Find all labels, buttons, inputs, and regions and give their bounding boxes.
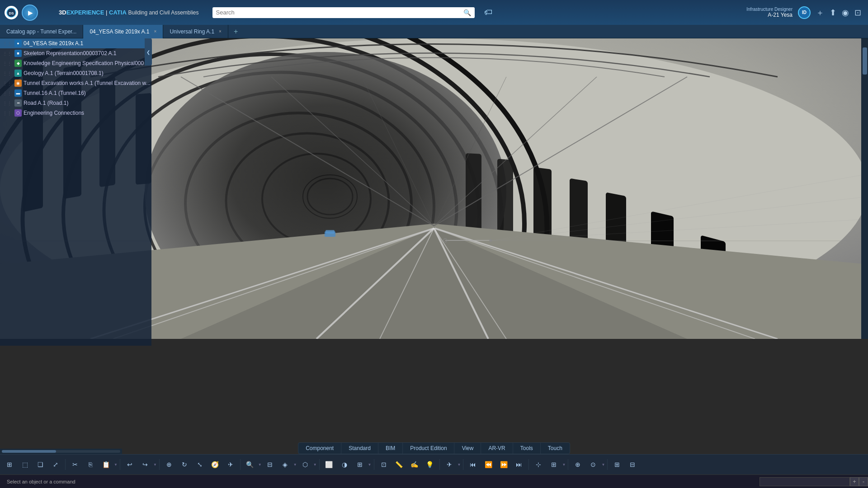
section-plane[interactable]: ⊞ [353,457,367,472]
tag-icon[interactable]: 🏷 [481,6,495,19]
component-tool[interactable]: ❏ [33,457,47,472]
tab-catalog[interactable]: Catalog app - Tunnel Exper... [0,25,83,38]
extra-tool-2[interactable]: ⊟ [625,457,640,472]
undo-button[interactable]: ↩ [123,457,137,472]
tree-item-4[interactable]: ⋮⋮ ▬ Tunnel.16 A.1 (Tunnel.16) [0,88,151,98]
anim-next[interactable]: ⏩ [496,457,511,472]
render-dropdown[interactable]: ▼ [368,463,372,467]
shade-dropdown[interactable]: ▼ [313,463,317,467]
grip-icon: ⋮⋮ [3,51,12,56]
separator-10 [568,459,568,470]
zoom-plus[interactable]: + [850,477,859,486]
tree-item-0[interactable]: ⋮⋮ ■ Skeleton Representation00003702 A.1 [0,48,151,58]
user-avatar[interactable]: ID [798,6,811,19]
anim-prev[interactable]: ⏪ [481,457,495,472]
navigate-tool[interactable]: 🧭 [208,457,222,472]
tree-item-5[interactable]: ⋮⋮ ━ Road A.1 (Road.1) [0,98,151,108]
box-select[interactable]: ⬚ [18,457,32,472]
item-icon-2: ▲ [14,70,22,77]
grid-tool[interactable]: ⊞ [547,457,561,472]
annotate-tool[interactable]: ✍ [407,457,422,472]
svg-rect-52 [326,230,335,234]
v-scroll-thumb[interactable] [863,47,867,75]
separator-6 [374,459,374,470]
item-icon-5: ━ [14,99,22,107]
render-mode[interactable]: ◑ [337,457,352,472]
fit-all[interactable]: ⊟ [263,457,277,472]
plane-view[interactable]: ✈ [442,457,457,472]
btab-touch[interactable]: Touch [541,443,570,454]
toolbar: ⊞ ⬚ ❏ ⤢ ✂ ⎘ 📋 ▼ ↩ ↪ ▼ ⊕ ↻ ⤡ 🧭 ✈ 🔍 ▼ ⊟ ◈ … [0,454,868,474]
btab-view[interactable]: View [455,443,481,454]
extra-tool-1[interactable]: ⊞ [610,457,624,472]
tree-item-1[interactable]: ⋮⋮ ◆ Knowledge Engineering Specification… [0,58,151,68]
tree-item-3[interactable]: ⋮⋮ ◉ Tunnel Excavation works A.1 (Tunnel… [0,78,151,88]
wireframe-btn[interactable]: ⬜ [322,457,336,472]
command-input[interactable] [760,477,850,486]
tab-yesa-site[interactable]: 04_YESA Site 2019x A.1 × [83,25,163,38]
item-icon-0: ■ [14,50,22,57]
tree-item-6[interactable]: ⋮⋮ ⬡ Engineering Connections [0,108,151,118]
separator-9 [528,459,529,470]
notifications-button[interactable]: ◉ [842,8,849,18]
h-scroll-thumb[interactable] [2,450,56,453]
close-tab-ring[interactable]: × [219,29,222,34]
separator-4 [240,459,241,470]
btab-product-edition[interactable]: Product Edition [403,443,454,454]
copy-tool[interactable]: ⎘ [83,457,98,472]
clip-tool[interactable]: ⊡ [377,457,391,472]
nav-dropdown[interactable]: ▼ [458,463,461,467]
btab-component[interactable]: Component [298,443,341,454]
grip-icon: ⋮⋮ [3,101,12,106]
redo-button[interactable]: ↪ [138,457,152,472]
close-tab-yesa[interactable]: × [154,29,157,34]
header-right: Infrastructure Designer A-21 Yesa ID ＋ ⬆… [746,6,868,19]
btab-ar-vr[interactable]: AR-VR [481,443,513,454]
zoom-minus[interactable]: - [859,477,868,486]
tree-item-2[interactable]: ⋮⋮ ▲ Geology A.1 (Terrain00001708.1) [0,68,151,78]
shading-tool[interactable]: ⬡ [298,457,312,472]
filter-tool[interactable]: ⊙ [586,457,600,472]
cut-tool[interactable]: ✂ [68,457,82,472]
btab-tools[interactable]: Tools [513,443,541,454]
fly-tool[interactable]: ✈ [223,457,238,472]
layer-dropdown[interactable]: ▼ [601,463,605,467]
paste-tool[interactable]: 📋 [99,457,113,472]
zoom-dropdown[interactable]: ▼ [258,463,262,467]
anim-end[interactable]: ⏭ [512,457,526,472]
search-input[interactable] [216,9,463,16]
tree-root[interactable]: ⋮⋮ ● 04_YESA Site 2019x A.1 [0,38,151,48]
add-button[interactable]: ＋ [816,7,824,18]
select-tool[interactable]: ⊞ [2,457,17,472]
search-icon[interactable]: 🔍 [463,9,471,16]
view-dropdown[interactable]: ▼ [293,463,297,467]
redo-dropdown[interactable]: ▼ [153,463,157,467]
scale-tool[interactable]: ⤡ [193,457,207,472]
paste-dropdown[interactable]: ▼ [114,463,118,467]
grip-icon: ⋮⋮ [3,81,12,86]
snap-tool[interactable]: ⊹ [531,457,546,472]
btab-bim[interactable]: BIM [378,443,403,454]
light-tool[interactable]: 💡 [423,457,437,472]
share-button[interactable]: ⬆ [830,8,836,18]
tab-universal-ring[interactable]: Universal Ring A.1 × [163,25,228,38]
snap-dropdown[interactable]: ▼ [562,463,566,467]
horizontal-scrollbar[interactable] [0,449,122,454]
maximize-button[interactable]: ⊡ [854,8,861,18]
panel-toggle[interactable]: ❮ [145,38,152,66]
zoom-tool[interactable]: 🔍 [243,457,257,472]
rotate-tool[interactable]: ↻ [177,457,192,472]
separator-11 [607,459,608,470]
layer-tool[interactable]: ⊕ [571,457,585,472]
add-tab-button[interactable]: + [228,28,243,36]
move-tool[interactable]: ⤢ [48,457,63,472]
btab-standard[interactable]: Standard [341,443,378,454]
svg-text:DS: DS [9,11,14,15]
transform-tool[interactable]: ⊕ [162,457,176,472]
anim-start[interactable]: ⏮ [466,457,480,472]
measure-tool[interactable]: 📏 [392,457,406,472]
vertical-scrollbar[interactable] [861,38,868,339]
status-text: Select an object or a command [0,479,82,484]
play-button[interactable] [22,5,38,21]
isometric-view[interactable]: ◈ [278,457,292,472]
